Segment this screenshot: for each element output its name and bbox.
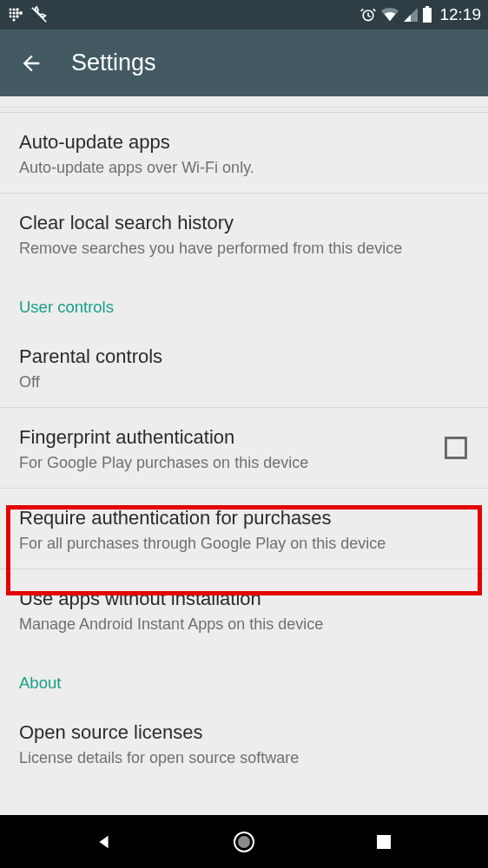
app-bar: Settings <box>0 30 488 96</box>
setting-title: Fingerprint authentication <box>19 425 469 450</box>
setting-subtitle: For Google Play purchases on this device <box>19 453 469 473</box>
svg-rect-16 <box>377 835 391 849</box>
svg-point-0 <box>10 9 12 11</box>
navigation-bar <box>0 815 488 868</box>
nav-back-button[interactable] <box>82 820 126 864</box>
status-bar: 12:19 <box>0 0 488 30</box>
back-button[interactable] <box>16 48 47 79</box>
setting-title: Use apps without installation <box>19 587 469 611</box>
svg-rect-13 <box>425 6 429 8</box>
svg-point-10 <box>12 18 15 21</box>
settings-list: Auto-update apps Auto-update apps over W… <box>0 96 488 783</box>
setting-instant-apps[interactable]: Use apps without installation Manage And… <box>0 569 488 649</box>
status-time: 12:19 <box>439 5 481 24</box>
svg-point-4 <box>12 11 15 14</box>
svg-point-15 <box>238 836 250 848</box>
svg-point-1 <box>12 8 15 10</box>
setting-title: Open source licenses <box>19 720 469 745</box>
setting-subtitle: For all purchases through Google Play on… <box>19 534 469 554</box>
battery-icon <box>422 6 432 23</box>
fitbit-icon <box>7 6 24 23</box>
wifi-icon <box>380 6 399 23</box>
section-header-label: About <box>19 674 469 693</box>
setting-subtitle: Off <box>19 372 469 392</box>
svg-point-9 <box>16 15 19 18</box>
svg-point-7 <box>10 16 12 18</box>
setting-fingerprint-auth[interactable]: Fingerprint authentication For Google Pl… <box>0 408 488 489</box>
phone-off-icon <box>30 5 49 24</box>
setting-title: Auto-update apps <box>19 130 469 155</box>
setting-title: Parental controls <box>19 345 469 369</box>
setting-clear-search-history[interactable]: Clear local search history Remove search… <box>0 194 488 273</box>
setting-auto-update-apps[interactable]: Auto-update apps Auto-update apps over W… <box>0 113 488 194</box>
setting-subtitle: License details for open source software <box>19 748 469 768</box>
section-header-label: User controls <box>19 298 469 317</box>
fingerprint-checkbox[interactable] <box>445 437 467 459</box>
section-header-about: About <box>0 649 488 703</box>
setting-title: Require authentication for purchases <box>19 506 469 530</box>
alarm-icon <box>359 6 377 23</box>
cellular-icon <box>403 7 419 23</box>
setting-subtitle: Remove searches you have performed from … <box>19 239 469 259</box>
setting-parental-controls[interactable]: Parental controls Off <box>0 327 488 408</box>
nav-recent-button[interactable] <box>362 820 406 864</box>
svg-rect-12 <box>423 8 432 23</box>
setting-subtitle: Manage Android Instant Apps on this devi… <box>19 615 469 635</box>
section-header-user-controls: User controls <box>0 273 488 327</box>
page-title: Settings <box>71 49 156 76</box>
setting-require-auth-purchases[interactable]: Require authentication for purchases For… <box>0 489 488 569</box>
svg-point-6 <box>19 11 23 15</box>
nav-home-button[interactable] <box>222 820 266 864</box>
setting-title: Clear local search history <box>19 211 469 235</box>
setting-subtitle: Auto-update apps over Wi-Fi only. <box>19 158 469 178</box>
svg-point-5 <box>16 11 19 15</box>
svg-point-2 <box>16 8 19 11</box>
setting-open-source-licenses[interactable]: Open source licenses License details for… <box>0 703 488 783</box>
svg-point-3 <box>10 12 12 15</box>
svg-point-8 <box>12 15 15 17</box>
